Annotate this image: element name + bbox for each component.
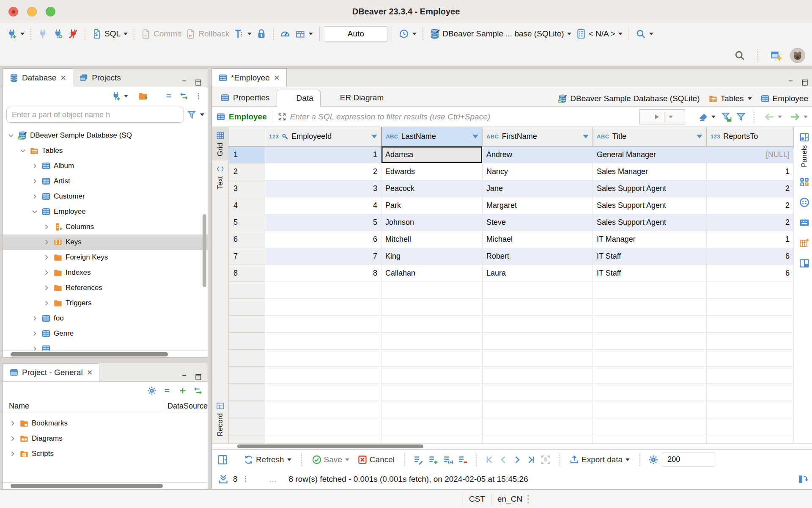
tree-item-foreign-keys[interactable]: Foreign Keys [3, 250, 208, 265]
collapse-all-icon[interactable] [163, 386, 172, 395]
sort-dropdown-icon[interactable] [583, 135, 589, 138]
table-row[interactable]: 11AdamsaAndrewGeneral Manager[NULL] [229, 146, 794, 163]
grid-cell[interactable]: 2 [707, 197, 794, 214]
tree-item-columns[interactable]: Columns [3, 219, 208, 235]
empty-row[interactable] [229, 350, 794, 367]
tree-item-employee[interactable]: Employee [3, 204, 208, 219]
apply-filter-button[interactable] [639, 109, 685, 124]
grid-cell[interactable]: IT Staff [593, 248, 707, 265]
row-number-cell[interactable]: 4 [229, 197, 265, 214]
aggregate-panel-icon[interactable] [799, 237, 810, 248]
grid-cell[interactable]: Adamsa [381, 146, 483, 163]
save-button[interactable]: Save [310, 451, 351, 468]
grid-cell[interactable]: Michael [483, 231, 593, 248]
tree-item-album[interactable]: Album [3, 158, 208, 174]
grid-cell[interactable]: 2 [707, 180, 794, 197]
grid-cell[interactable] [483, 350, 593, 367]
grid-cell[interactable]: Mitchell [381, 231, 483, 248]
grid-cell[interactable] [265, 400, 381, 417]
grid-cell[interactable] [593, 434, 707, 443]
grid-cell[interactable]: Sales Support Agent [593, 214, 707, 231]
table-row[interactable]: 77KingRobertIT Staff6 [229, 248, 794, 265]
commit-mode-combo[interactable]: Auto [324, 26, 387, 41]
presentation-tab-grid[interactable]: Grid [212, 127, 228, 160]
grid-cell[interactable] [265, 282, 381, 299]
tree-item-item[interactable] [3, 341, 208, 351]
delete-row-icon[interactable] [457, 454, 468, 465]
empty-row[interactable] [229, 299, 794, 316]
table-row[interactable]: 33PeacockJaneSales Support Agent2 [229, 180, 794, 197]
grid-cell[interactable]: 7 [265, 248, 381, 265]
grid-cell[interactable] [265, 299, 381, 316]
grid-cell[interactable]: Robert [483, 248, 593, 265]
grid-cell[interactable] [483, 316, 593, 333]
empty-row[interactable] [229, 316, 794, 333]
row-number-cell[interactable] [229, 417, 265, 434]
breadcrumb-container[interactable]: Tables [721, 94, 744, 103]
column-header-reportsto[interactable]: 123ReportsTo [707, 127, 794, 146]
search-button[interactable] [633, 25, 656, 42]
expand-filter-icon[interactable] [277, 112, 287, 121]
grid-cell[interactable]: 2 [265, 163, 381, 180]
row-number-cell[interactable] [229, 367, 265, 384]
grid-cell[interactable]: Andrew [483, 146, 593, 163]
refresh-button[interactable]: Refresh [241, 451, 294, 468]
tree-item-keys[interactable]: Keys [3, 235, 208, 250]
grid-cell[interactable]: Sales Manager [593, 163, 707, 180]
grid-cell[interactable] [483, 384, 593, 400]
reconnect-button[interactable] [50, 25, 66, 42]
column-header-lastname[interactable]: ABCLastName [381, 127, 483, 146]
grid-cell[interactable] [483, 282, 593, 299]
minimize-editor-icon[interactable] [787, 78, 796, 87]
row-number-cell[interactable]: 1 [229, 146, 265, 163]
tree-item-tables[interactable]: Tables [3, 143, 208, 158]
active-schema-selector[interactable]: < N/A > [573, 25, 625, 42]
lock-button[interactable] [254, 25, 269, 42]
grid-cell[interactable] [265, 333, 381, 350]
grid-cell[interactable]: 6 [707, 248, 794, 265]
empty-row[interactable] [229, 434, 794, 443]
compare-button[interactable] [293, 25, 315, 42]
column-header-employeeid[interactable]: 123EmployeeId [265, 127, 381, 146]
grid-cell[interactable]: Sales Support Agent [593, 197, 707, 214]
row-number-cell[interactable] [229, 350, 265, 367]
grid-horizontal-scrollbar[interactable] [212, 443, 812, 449]
filter-funnel-icon[interactable] [187, 110, 197, 120]
grid-cell[interactable] [593, 417, 707, 434]
table-row[interactable]: 66MitchellMichaelIT Manager1 [229, 231, 794, 248]
cancel-button[interactable]: Cancel [355, 451, 397, 468]
grid-cell[interactable] [593, 400, 707, 417]
dashboard-button[interactable] [277, 25, 293, 42]
grid-cell[interactable]: 6 [265, 231, 381, 248]
row-number-cell[interactable]: 6 [229, 231, 265, 248]
tab-er-diagram[interactable]: ER Diagram [321, 89, 390, 106]
nav-back-button[interactable] [762, 108, 784, 125]
grid-cell[interactable] [381, 434, 483, 443]
calc-panel-icon[interactable] [799, 177, 810, 188]
transaction-log-button[interactable] [231, 25, 254, 42]
minimize-window-button[interactable] [27, 7, 37, 17]
grid-cell[interactable] [593, 282, 707, 299]
grid-corner-cell[interactable] [229, 127, 265, 146]
minimize-panel-icon[interactable] [181, 373, 189, 381]
panel-sash[interactable] [3, 358, 208, 363]
grid-cell[interactable]: General Manager [593, 146, 707, 163]
grid-cell[interactable]: Steve [483, 214, 593, 231]
clear-filter-button[interactable] [696, 108, 718, 125]
empty-row[interactable] [229, 367, 794, 384]
grid-cell[interactable]: Peacock [381, 180, 483, 197]
toggle-panels-icon[interactable] [217, 454, 228, 465]
expand-icon[interactable] [178, 386, 187, 395]
presentation-tab-text[interactable]: Text [212, 160, 228, 193]
tab-employee-editor[interactable]: *Employee × [212, 69, 287, 87]
maximize-panel-icon[interactable] [194, 373, 203, 381]
grid-cell[interactable]: Nancy [483, 163, 593, 180]
grid-cell[interactable] [707, 417, 794, 434]
locale-indicator[interactable]: en_CN [497, 494, 522, 504]
tab-data[interactable]: Data [277, 90, 321, 107]
grid-cell[interactable] [381, 350, 483, 367]
grid-cell[interactable]: [NULL] [707, 146, 794, 163]
fetch-size-input[interactable] [663, 453, 714, 467]
close-icon[interactable]: × [273, 73, 280, 83]
table-row[interactable]: 88CallahanLauraIT Staff6 [229, 265, 794, 282]
